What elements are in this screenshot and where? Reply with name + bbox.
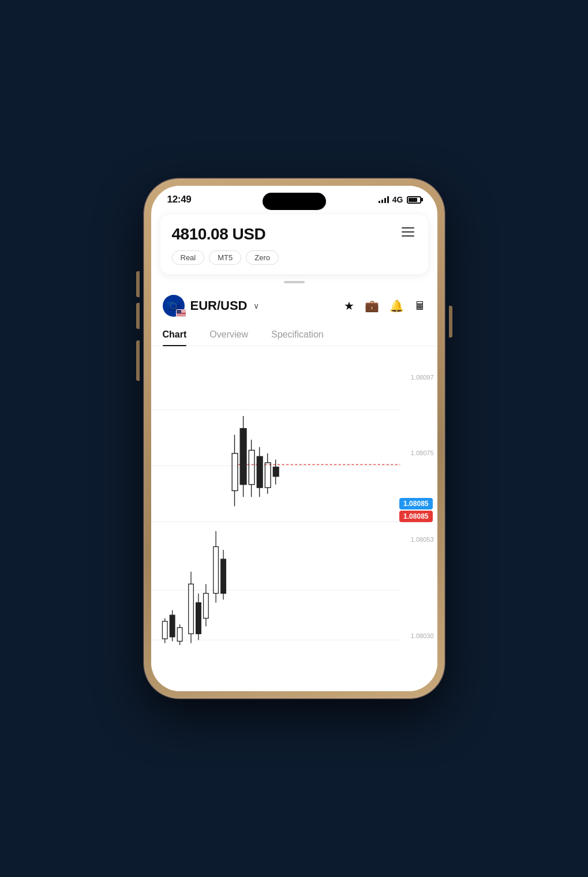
status-time: 12:49 (167, 194, 192, 205)
svg-rect-42 (265, 463, 271, 488)
bid-price-badge: 1.08085 (399, 511, 432, 522)
ask-price-badge: 1.08085 (399, 498, 432, 509)
battery-icon (407, 196, 421, 204)
tag-zero[interactable]: Zero (246, 250, 279, 265)
account-header: 4810.08 USD (172, 225, 417, 243)
currency-flag: 🇪🇺 (163, 295, 185, 317)
calculator-icon[interactable]: 🖩 (414, 299, 426, 313)
svg-rect-45 (273, 467, 279, 477)
pull-handle[interactable] (284, 281, 305, 283)
chart-area: 1.08097 1.08075 1.08053 1.08030 1.08085 … (151, 346, 437, 691)
volume-down-button[interactable] (136, 303, 140, 329)
phone-wrapper: 12:49 4G 4810.08 USD (144, 179, 444, 698)
candlestick-chart (151, 346, 437, 691)
briefcase-icon[interactable]: 💼 (365, 299, 379, 313)
tab-overview[interactable]: Overview (209, 324, 248, 346)
tag-mt5[interactable]: MT5 (209, 250, 241, 265)
dynamic-island (263, 193, 326, 210)
svg-rect-36 (249, 450, 254, 484)
account-balance: 4810.08 USD (172, 225, 266, 243)
alert-icon[interactable]: 🔔 (389, 299, 404, 313)
status-right: 4G (379, 195, 421, 204)
svg-rect-6 (162, 621, 167, 639)
svg-rect-30 (232, 454, 238, 491)
usd-flag-canton (177, 310, 181, 313)
tag-real[interactable]: Real (172, 250, 205, 265)
svg-rect-39 (257, 456, 263, 488)
pair-action-icons: ★ 💼 🔔 🖩 (344, 299, 426, 313)
phone-frame: 12:49 4G 4810.08 USD (144, 179, 444, 698)
pair-header: 🇪🇺 EUR/USD ∨ ★ 💼 🔔 (151, 288, 437, 321)
svg-rect-12 (177, 628, 182, 642)
pair-left: 🇪🇺 EUR/USD ∨ (163, 295, 259, 317)
signal-icon (379, 196, 389, 203)
svg-rect-27 (220, 559, 226, 593)
battery-fill (409, 198, 417, 202)
svg-rect-21 (203, 593, 208, 618)
network-type: 4G (392, 195, 403, 204)
phone-screen: 12:49 4G 4810.08 USD (151, 186, 437, 691)
svg-rect-15 (188, 584, 193, 634)
signal-bar-2 (381, 200, 383, 203)
pair-name-container: EUR/USD ∨ (190, 298, 259, 313)
favorite-icon[interactable]: ★ (344, 299, 354, 313)
tab-chart[interactable]: Chart (163, 324, 187, 346)
pair-name: EUR/USD (190, 298, 248, 313)
volume-up-button[interactable] (136, 271, 140, 297)
svg-rect-24 (213, 547, 218, 594)
svg-rect-18 (196, 603, 201, 634)
signal-bar-3 (384, 198, 386, 203)
menu-button[interactable] (399, 225, 417, 239)
power-button[interactable] (136, 340, 140, 381)
svg-rect-9 (170, 615, 175, 637)
side-button-right[interactable] (449, 306, 452, 338)
tabs-bar: Chart Overview Specification (151, 324, 437, 346)
hamburger-line-3 (402, 235, 414, 237)
account-card: 4810.08 USD Real MT5 Zero (160, 215, 428, 274)
account-tags: Real MT5 Zero (172, 250, 417, 265)
hamburger-line-2 (402, 231, 414, 233)
price-badges: 1.08085 1.08085 (399, 498, 432, 522)
svg-rect-33 (240, 429, 246, 485)
pair-dropdown-icon[interactable]: ∨ (253, 301, 259, 310)
signal-bar-1 (379, 201, 380, 203)
usd-flag-overlay (176, 309, 186, 317)
hamburger-line-1 (402, 227, 414, 228)
signal-bar-4 (387, 196, 389, 203)
tab-specification[interactable]: Specification (271, 324, 324, 346)
